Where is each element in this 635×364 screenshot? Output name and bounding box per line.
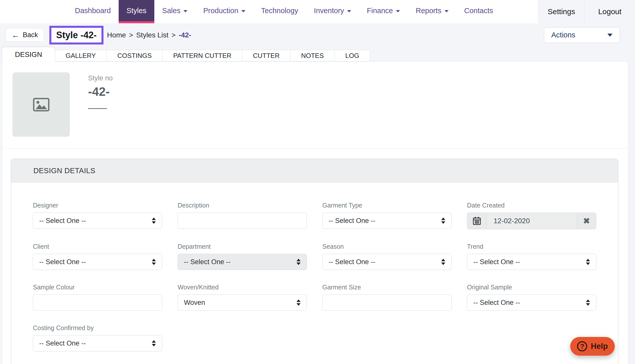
chevron-down-icon [444,10,449,12]
field-client: Client -- Select One -- [33,243,162,270]
sample-colour-input[interactable] [33,294,162,311]
nav-item-sales[interactable]: Sales [154,0,196,23]
x-icon: ✖ [583,217,590,225]
select-arrows-icon [297,300,301,306]
nav-item-dashboard[interactable]: Dashboard [67,0,119,23]
design-details-form: Designer -- Select One -- Description Ga… [11,183,618,364]
field-date-created: Date Created [467,202,596,229]
tab-gallery[interactable]: GALLERY [55,50,107,61]
select-arrows-icon [586,300,590,306]
nav-item-production[interactable]: Production [195,0,253,23]
design-details-title: DESIGN DETAILS [33,167,95,175]
tab-design[interactable]: DESIGN [2,47,55,62]
tab-notes[interactable]: NOTES [290,50,335,61]
costing-confirmed-by-select[interactable]: -- Select One -- [33,335,162,351]
garment-type-label: Garment Type [322,202,452,209]
original-sample-select[interactable]: -- Select One -- [467,294,596,311]
garment-size-input[interactable] [322,294,452,311]
season-label: Season [322,243,452,250]
garment-type-select[interactable]: -- Select One -- [322,213,452,229]
calendar-button[interactable] [467,213,486,229]
breadcrumb-separator: > [172,31,176,39]
field-department: Department -- Select One -- [178,243,307,270]
sample-colour-label: Sample Colour [33,284,162,291]
page-title: Style -42- [56,30,97,40]
nav-item-reports[interactable]: Reports [408,0,456,23]
design-tab-content: Style no -42- DESIGN DETAILS Designer --… [2,61,628,364]
description-input[interactable] [178,213,307,229]
select-arrows-icon [586,259,590,265]
garment-size-label: Garment Size [322,284,452,291]
help-button[interactable]: ? Help [570,337,615,356]
tab-costings[interactable]: COSTINGS [107,50,163,61]
select-arrows-icon [152,340,156,347]
design-details-panel: DESIGN DETAILS Designer -- Select One --… [11,159,618,364]
field-costing-confirmed-by: Costing Confirmed by -- Select One -- [33,324,162,351]
chevron-down-icon [396,10,400,12]
settings-button[interactable]: Settings [538,0,584,23]
department-label: Department [178,243,307,250]
date-created-label: Date Created [467,202,596,209]
title-highlight-box: Style -42- [49,26,103,44]
designer-label: Designer [33,202,162,209]
client-select[interactable]: -- Select One -- [33,254,162,270]
nav-item-styles[interactable]: Styles [119,0,154,23]
actions-dropdown-button[interactable]: Actions [544,27,620,43]
style-image-placeholder[interactable] [12,72,70,137]
tab-log[interactable]: LOG [334,50,370,61]
style-no-underline [88,108,107,109]
costing-confirmed-by-label: Costing Confirmed by [33,324,162,332]
back-button[interactable]: ← Back [6,28,44,42]
nav-utility-group: Settings Logout [538,0,635,23]
select-arrows-icon [297,259,301,265]
style-summary: Style no -42- [2,62,628,149]
chevron-down-icon [183,10,187,12]
select-arrows-icon [441,259,445,265]
breadcrumb-styles-list[interactable]: Styles List [136,31,168,39]
season-select[interactable]: -- Select One -- [322,254,452,270]
nav-logo-space [0,0,67,23]
chevron-down-icon [347,10,351,12]
calendar-icon [473,217,481,225]
field-season: Season -- Select One -- [322,243,452,270]
question-mark-icon: ? [577,341,587,351]
image-icon [33,98,50,112]
field-original-sample: Original Sample -- Select One -- [467,284,596,311]
page-header: ← Back Style -42- Home > Styles List > -… [0,23,635,47]
field-description: Description [178,202,307,229]
chevron-down-icon [241,10,245,12]
breadcrumb: Home > Styles List > -42- [107,31,191,39]
breadcrumb-home[interactable]: Home [107,31,126,39]
tab-cutter[interactable]: CUTTER [242,50,290,61]
select-arrows-icon [152,259,156,265]
description-label: Description [178,202,307,209]
select-arrows-icon [441,218,445,224]
woven-knitted-select[interactable]: Woven [178,294,307,311]
breadcrumb-separator: > [129,31,133,39]
logout-button[interactable]: Logout [584,0,635,23]
clear-date-button[interactable]: ✖ [577,213,596,229]
style-no-label: Style no [88,74,113,82]
tab-pattern-cutter[interactable]: PATTERN CUTTER [162,50,242,61]
trend-label: Trend [467,243,596,250]
tab-bar: DESIGN GALLERY COSTINGS PATTERN CUTTER C… [2,47,635,61]
client-label: Client [33,243,162,250]
top-navigation: Dashboard Styles Sales Production Techno… [0,0,635,23]
field-garment-size: Garment Size [322,284,452,311]
original-sample-label: Original Sample [467,284,596,291]
breadcrumb-current: -42- [179,31,191,39]
date-created-value: 12-02-2020 [486,213,577,229]
nav-item-finance[interactable]: Finance [359,0,408,23]
field-garment-type: Garment Type -- Select One -- [322,202,452,229]
designer-select[interactable]: -- Select One -- [33,213,162,229]
field-trend: Trend -- Select One -- [467,243,596,270]
nav-item-contacts[interactable]: Contacts [456,0,501,23]
chevron-down-icon [607,34,612,37]
nav-item-technology[interactable]: Technology [253,0,306,23]
nav-item-inventory[interactable]: Inventory [306,0,359,23]
department-select[interactable]: -- Select One -- [178,254,307,270]
design-details-header: DESIGN DETAILS [11,159,618,183]
style-no-value: -42- [88,85,113,99]
field-woven-knitted: Woven/Knitted Woven [178,284,307,311]
trend-select[interactable]: -- Select One -- [467,254,596,270]
